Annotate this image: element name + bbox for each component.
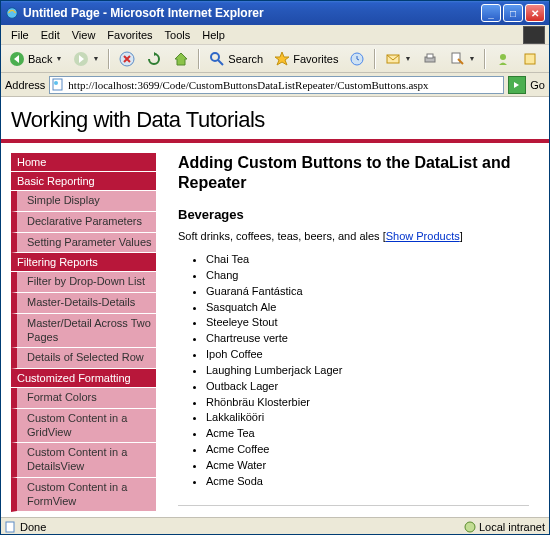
zone-text: Local intranet xyxy=(479,521,545,533)
menu-help[interactable]: Help xyxy=(196,27,231,43)
toolbar-separator xyxy=(484,49,486,69)
list-item: Guaraná Fantástica xyxy=(206,284,529,299)
article-title: Adding Custom Buttons to the DataList an… xyxy=(178,153,529,193)
favorites-button[interactable]: Favorites xyxy=(270,48,342,70)
address-bar: Address Go xyxy=(1,73,549,97)
nav-item[interactable]: Format Colors xyxy=(11,388,156,409)
nav-item[interactable]: Custom Content in a GridView xyxy=(11,409,156,444)
toolbar-separator xyxy=(108,49,110,69)
address-label: Address xyxy=(5,79,45,91)
forward-button[interactable]: ▼ xyxy=(69,48,103,70)
page-icon xyxy=(51,78,65,92)
stop-icon xyxy=(119,51,135,67)
svg-point-4 xyxy=(211,53,219,61)
nav-item[interactable]: Master/Detail Across Two Pages xyxy=(11,314,156,349)
svg-point-0 xyxy=(7,8,18,19)
status-bar: Done Local intranet xyxy=(1,518,549,535)
list-item: Acme Tea xyxy=(206,426,529,441)
nav-item[interactable]: Filter by Drop-Down List xyxy=(11,272,156,293)
toolbar: Back ▼ ▼ Search Favorites ▼ ▼ xyxy=(1,45,549,73)
menu-favorites[interactable]: Favorites xyxy=(101,27,158,43)
dropdown-icon[interactable]: ▼ xyxy=(404,55,411,62)
svg-point-16 xyxy=(465,522,475,532)
toolbar-separator xyxy=(374,49,376,69)
extra-button-3[interactable] xyxy=(545,48,550,70)
nav-item[interactable]: Simple Display xyxy=(11,191,156,212)
messenger-icon xyxy=(495,51,511,67)
search-label: Search xyxy=(228,53,263,65)
toolbar-separator xyxy=(198,49,200,69)
svg-rect-11 xyxy=(525,54,535,64)
status-text: Done xyxy=(20,521,46,533)
nav-header[interactable]: Filtering Reports xyxy=(11,253,156,272)
stop-button[interactable] xyxy=(115,48,139,70)
page-header: Working with Data Tutorials xyxy=(1,97,549,143)
refresh-icon xyxy=(146,51,162,67)
nav-header[interactable]: Customized Formatting xyxy=(11,369,156,388)
extra-button-1[interactable] xyxy=(491,48,515,70)
svg-rect-15 xyxy=(6,522,14,532)
nav-item[interactable]: Custom Content in a FormView xyxy=(11,478,156,513)
back-label: Back xyxy=(28,53,52,65)
history-icon xyxy=(349,51,365,67)
section-title: Beverages xyxy=(178,207,529,222)
list-item: Ipoh Coffee xyxy=(206,347,529,362)
list-item: Acme Water xyxy=(206,458,529,473)
back-dropdown-icon[interactable]: ▼ xyxy=(55,55,62,62)
home-button[interactable] xyxy=(169,48,193,70)
back-button[interactable]: Back ▼ xyxy=(5,48,66,70)
favorites-label: Favorites xyxy=(293,53,338,65)
print-button[interactable] xyxy=(418,48,442,70)
zone-icon xyxy=(464,521,476,533)
show-products-link[interactable]: Show Products xyxy=(386,230,460,242)
nav-item[interactable]: Declarative Parameters xyxy=(11,212,156,233)
nav-header[interactable]: Home xyxy=(11,153,156,172)
list-item: Chartreuse verte xyxy=(206,331,529,346)
svg-point-10 xyxy=(500,54,506,60)
research-icon xyxy=(522,51,538,67)
mail-button[interactable]: ▼ xyxy=(381,48,415,70)
product-list: Chai TeaChangGuaraná FantásticaSasquatch… xyxy=(206,252,529,489)
main-content: Adding Custom Buttons to the DataList an… xyxy=(156,153,539,518)
forward-dropdown-icon[interactable]: ▼ xyxy=(92,55,99,62)
menu-view[interactable]: View xyxy=(66,27,102,43)
content-viewport[interactable]: Working with Data Tutorials HomeBasic Re… xyxy=(1,97,549,518)
nav-header[interactable]: Basic Reporting xyxy=(11,172,156,191)
close-button[interactable]: ✕ xyxy=(525,4,545,22)
list-item: Steeleye Stout xyxy=(206,315,529,330)
list-item: Chang xyxy=(206,268,529,283)
nav-item[interactable]: Setting Parameter Values xyxy=(11,233,156,254)
maximize-button[interactable]: □ xyxy=(503,4,523,22)
back-icon xyxy=(9,51,25,67)
sidebar-nav: HomeBasic ReportingSimple DisplayDeclara… xyxy=(11,153,156,518)
go-button[interactable] xyxy=(508,76,526,94)
refresh-button[interactable] xyxy=(142,48,166,70)
desc-suffix: ] xyxy=(460,230,463,242)
desc-prefix: Soft drinks, coffees, teas, beers, and a… xyxy=(178,230,386,242)
menu-bar: File Edit View Favorites Tools Help xyxy=(1,25,549,45)
history-button[interactable] xyxy=(345,48,369,70)
address-input[interactable] xyxy=(49,76,504,94)
extra-button-2[interactable] xyxy=(518,48,542,70)
divider xyxy=(178,505,529,506)
search-icon xyxy=(209,51,225,67)
nav-item[interactable]: Details of Selected Row xyxy=(11,348,156,369)
dropdown-icon[interactable]: ▼ xyxy=(468,55,475,62)
svg-rect-8 xyxy=(427,54,433,58)
ie-logo-icon xyxy=(5,6,19,20)
list-item: Outback Lager xyxy=(206,379,529,394)
nav-item[interactable]: Master-Details-Details xyxy=(11,293,156,314)
menu-file[interactable]: File xyxy=(5,27,35,43)
page-heading: Working with Data Tutorials xyxy=(11,107,539,133)
list-item: Chai Tea xyxy=(206,252,529,267)
menu-edit[interactable]: Edit xyxy=(35,27,66,43)
go-label: Go xyxy=(530,79,545,91)
edit-button[interactable]: ▼ xyxy=(445,48,479,70)
menu-tools[interactable]: Tools xyxy=(159,27,197,43)
forward-icon xyxy=(73,51,89,67)
window-titlebar: Untitled Page - Microsoft Internet Explo… xyxy=(1,1,549,25)
search-button[interactable]: Search xyxy=(205,48,267,70)
minimize-button[interactable]: _ xyxy=(481,4,501,22)
nav-item[interactable]: Custom Content in a DetailsView xyxy=(11,443,156,478)
print-icon xyxy=(422,51,438,67)
